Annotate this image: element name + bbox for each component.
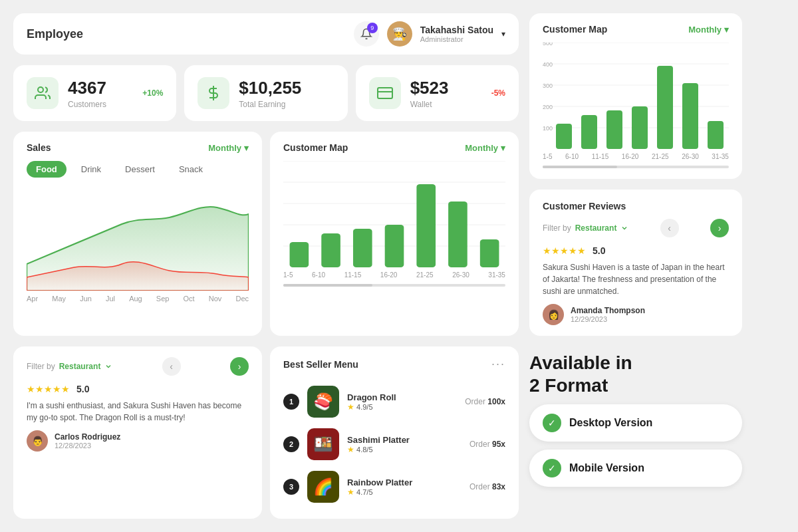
svg-text:100: 100 <box>543 125 553 132</box>
promo-title: Available in2 Format <box>529 352 742 396</box>
menu-info-3: Rainbow Platter ★ 4.7/5 <box>347 477 462 497</box>
right-reviewer-details: Amanda Thompson 12/29/2023 <box>571 306 645 323</box>
svg-rect-35 <box>657 66 673 149</box>
customers-value: 4367 <box>68 78 106 98</box>
area-chart <box>27 184 249 291</box>
charts-row: Sales Monthly ▾ Food Drink Dessert Snack <box>13 132 519 336</box>
mobile-version-label: Mobile Version <box>569 462 644 474</box>
customers-badge: +10% <box>142 88 163 98</box>
star-icons: ★★★★★ <box>27 384 70 394</box>
wallet-icon <box>369 77 401 109</box>
review-text: I'm a sushi enthusiast, and Sakura Sushi… <box>27 400 249 424</box>
more-options-button[interactable]: ··· <box>491 357 505 371</box>
menu-rank-2: 2 <box>283 436 299 452</box>
bar-chart-filter[interactable]: Monthly ▾ <box>465 143 505 153</box>
tab-drink[interactable]: Drink <box>72 161 110 178</box>
svg-text:500: 500 <box>543 43 553 47</box>
stats-row: 4367 Customers +10% $10,255 Total Earnin… <box>13 65 519 121</box>
svg-text:200: 200 <box>543 104 553 110</box>
right-filter-value[interactable]: Restaurant <box>575 223 617 233</box>
svg-rect-17 <box>385 225 404 267</box>
right-star-icons: ★★★★★ <box>543 245 586 256</box>
avatar: 👨‍🍳 <box>387 21 412 47</box>
right-bar-chart-filter[interactable]: Monthly ▾ <box>688 25 729 35</box>
earning-icon <box>198 77 229 109</box>
reviews-next-button[interactable]: › <box>230 357 249 376</box>
right-bar-chart-card: Customer Map Monthly ▾ 500 400 300 200 <box>529 13 742 179</box>
notification-button[interactable]: 9 <box>354 21 379 47</box>
right-reviews-next-button[interactable]: › <box>710 219 729 237</box>
reviewer-date: 12/28/2023 <box>55 442 120 450</box>
category-tabs: Food Drink Dessert Snack <box>27 161 249 178</box>
right-rating-value: 5.0 <box>593 245 605 256</box>
left-panel: Employee 9 👨‍🍳 Takahashi Satou Administr… <box>13 13 519 519</box>
svg-rect-14 <box>290 242 309 267</box>
menu-info-1: Dragon Roll ★ 4.9/5 <box>347 392 457 412</box>
chevron-down-icon[interactable]: ▾ <box>501 29 505 39</box>
svg-rect-19 <box>448 201 467 267</box>
wallet-badge: -5% <box>491 88 505 98</box>
reviews-filter-row: Filter by Restaurant ‹ › <box>27 357 249 376</box>
user-name: Takahashi Satou <box>420 25 493 35</box>
rating-value: 5.0 <box>76 384 89 394</box>
svg-text:300: 300 <box>543 82 553 89</box>
promo-section: Available in2 Format ✓ Desktop Version ✓… <box>529 346 742 492</box>
menu-name-3: Rainbow Platter <box>347 477 462 487</box>
svg-rect-37 <box>708 121 724 149</box>
menu-order-2: Order 95x <box>469 440 505 449</box>
right-reviewer-date: 12/29/2023 <box>571 315 645 323</box>
desktop-version-button[interactable]: ✓ Desktop Version <box>529 404 742 442</box>
area-chart-header: Sales Monthly ▾ <box>27 142 249 153</box>
menu-item-2: 2 🍱 Sashimi Platter ★ 4.8/5 Order 95x <box>283 423 505 466</box>
reviewer-name: Carlos Rodriguez <box>55 432 120 442</box>
header-right: 9 👨‍🍳 Takahashi Satou Administrator ▾ <box>354 21 505 47</box>
bar-chart-x-labels: 1-5 6-10 11-15 16-20 21-25 26-30 31-35 <box>283 271 505 279</box>
earning-label: Total Earning <box>239 100 301 109</box>
bar-chart: 500 400 300 200 100 <box>283 161 505 267</box>
menu-rating-2: ★ 4.8/5 <box>347 445 462 454</box>
filter-value[interactable]: Restaurant <box>59 362 101 371</box>
right-bar-chart-title: Customer Map <box>543 24 607 35</box>
bar-chart-title: Customer Map <box>283 142 348 153</box>
bestseller-card: Best Seller Menu ··· 1 🍣 Dragon Roll ★ 4… <box>270 346 519 519</box>
tab-dessert[interactable]: Dessert <box>116 161 164 178</box>
reviews-prev-button[interactable]: ‹ <box>162 357 181 376</box>
area-chart-x-labels: Apr May Jun Jul Aug Sep Oct Nov Dec <box>27 295 249 303</box>
area-chart-title: Sales <box>27 142 51 153</box>
tab-snack[interactable]: Snack <box>170 161 212 178</box>
right-bar-chart: 500 400 300 200 100 <box>543 43 729 149</box>
svg-rect-36 <box>682 83 698 149</box>
svg-text:400: 400 <box>543 61 553 68</box>
bar-chart-scrollbar[interactable] <box>283 284 505 287</box>
right-reviews-title: Customer Reviews <box>543 201 626 211</box>
right-reviews-filter-row: Filter by Restaurant ‹ › <box>543 219 729 237</box>
mobile-version-button[interactable]: ✓ Mobile Version <box>529 450 742 487</box>
bestseller-title: Best Seller Menu <box>283 359 358 370</box>
bestseller-header: Best Seller Menu ··· <box>283 357 505 371</box>
tab-food[interactable]: Food <box>27 161 66 178</box>
svg-rect-18 <box>416 184 436 267</box>
area-chart-filter[interactable]: Monthly ▾ <box>208 143 249 153</box>
svg-rect-32 <box>581 115 597 149</box>
right-bar-chart-scrollbar[interactable] <box>543 166 729 168</box>
desktop-check-icon: ✓ <box>543 414 561 432</box>
menu-info-2: Sashimi Platter ★ 4.8/5 <box>347 435 462 454</box>
svg-rect-15 <box>321 233 340 267</box>
page-title: Employee <box>27 27 83 41</box>
menu-image-2: 🍱 <box>307 428 339 460</box>
stat-card-wallet: $523 Wallet -5% <box>356 65 519 121</box>
right-panel: Customer Map Monthly ▾ 500 400 300 200 <box>529 13 742 519</box>
wallet-label: Wallet <box>410 100 449 109</box>
earning-value: $10,255 <box>239 78 301 98</box>
right-reviewer-name: Amanda Thompson <box>571 306 645 315</box>
filter-label: Filter by <box>27 362 55 371</box>
menu-name-1: Dragon Roll <box>347 392 457 402</box>
reviewer-info: 👨 Carlos Rodriguez 12/28/2023 <box>27 430 249 452</box>
rating-row: ★★★★★ 5.0 <box>27 384 249 394</box>
right-reviewer-avatar: 👩 <box>543 304 564 325</box>
svg-rect-31 <box>556 124 572 149</box>
right-reviews-prev-button[interactable]: ‹ <box>660 219 679 237</box>
bottom-row: Filter by Restaurant ‹ › ★★★★★ 5.0 I'm a… <box>13 346 519 519</box>
wallet-value: $523 <box>410 78 449 98</box>
wallet-content: $523 Wallet <box>410 78 449 109</box>
